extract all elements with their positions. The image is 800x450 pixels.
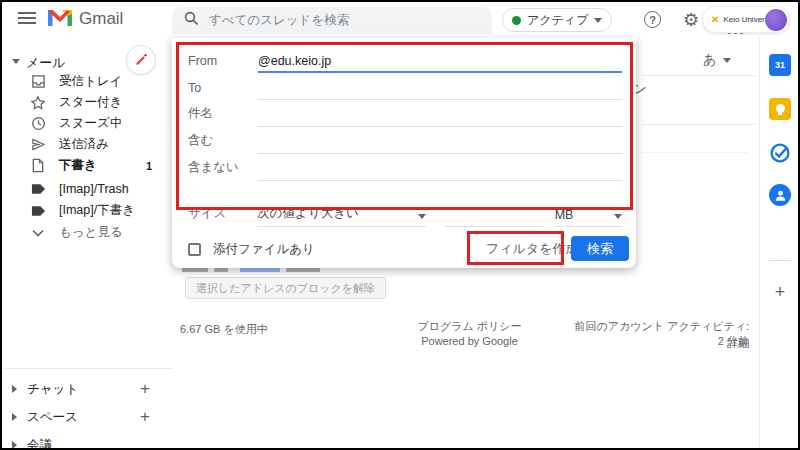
filter-row-excludes: 含まない: [188, 154, 622, 181]
search-bar[interactable]: すべてのスレッドを検索: [172, 7, 492, 34]
side-panel-rail: 31 + ›: [759, 38, 800, 450]
star-icon: [30, 95, 46, 111]
search-filter-panel: From @edu.keio.jp To 件名 含む 含まない サイズ 次の値よ…: [172, 38, 636, 268]
header-bar: Gmail すべてのスレッドを検索 アクティブ ? ⚙ ✕ Keio Unive…: [2, 2, 798, 38]
attachment-checkbox[interactable]: [188, 243, 201, 256]
from-label: From: [188, 54, 258, 73]
sidebar-item-sent[interactable]: 送信済み: [2, 134, 170, 155]
calendar-icon[interactable]: 31: [769, 54, 791, 76]
attachment-label: 添付ファイルあり: [213, 241, 315, 258]
excludes-label: 含まない: [188, 159, 258, 181]
subject-label: 件名: [188, 105, 258, 127]
hamburger-menu-icon[interactable]: [18, 12, 36, 26]
gmail-wordmark: Gmail: [79, 9, 123, 29]
account-badge[interactable]: ✕ Keio University: [702, 6, 790, 33]
chevron-down-icon: [723, 58, 731, 63]
label-icon: [30, 181, 46, 197]
font-language-selector[interactable]: あ: [703, 51, 731, 69]
to-input[interactable]: [258, 82, 622, 100]
search-button[interactable]: 検索: [571, 236, 629, 261]
from-input[interactable]: @edu.keio.jp: [258, 54, 622, 73]
clock-icon: [30, 116, 46, 132]
get-addons-plus-icon[interactable]: +: [769, 281, 791, 303]
filter-row-size: サイズ 次の値より大きい MB: [188, 200, 622, 227]
sidebar: メール 受信トレイ スター付き スヌーズ中 送信済み 下書き 1: [2, 38, 172, 450]
tasks-icon[interactable]: [769, 142, 791, 164]
sidebar-item-inbox[interactable]: 受信トレイ: [2, 71, 170, 92]
divider: [642, 124, 756, 125]
sidebar-item-more[interactable]: もっと見る: [2, 222, 170, 243]
size-operator-dropdown[interactable]: 次の値より大きい: [257, 205, 425, 227]
sidebar-item-starred[interactable]: スター付き: [2, 92, 170, 113]
unblock-selected-button[interactable]: 選択したアドレスのブロックを解除: [185, 277, 386, 299]
new-space-button[interactable]: +: [140, 407, 150, 427]
to-label: To: [188, 81, 258, 100]
divider: [642, 75, 756, 76]
size-unit-dropdown[interactable]: MB: [555, 208, 622, 227]
active-status-dot: [512, 16, 521, 25]
expand-arrow-icon: [12, 385, 17, 393]
avatar[interactable]: [765, 9, 787, 31]
filter-row-subject: 件名: [188, 100, 622, 127]
sidebar-section-meet[interactable]: 会議: [2, 434, 170, 450]
expand-arrow-icon: [12, 413, 17, 421]
includes-label: 含む: [188, 132, 258, 154]
pencil-icon: [134, 53, 148, 67]
subject-input[interactable]: [258, 109, 622, 127]
chevron-down-icon: [594, 18, 602, 23]
sidebar-item-imap-trash[interactable]: [Imap]/Trash: [2, 178, 170, 199]
contacts-icon[interactable]: [769, 184, 791, 206]
gmail-logo[interactable]: Gmail: [48, 8, 123, 30]
status-chip[interactable]: アクティブ: [502, 8, 612, 32]
has-attachment-checkbox-row[interactable]: 添付ファイルあり: [188, 241, 315, 258]
size-value-input[interactable]: [444, 209, 543, 227]
filter-row-includes: 含む: [188, 127, 622, 154]
sidebar-section-chat[interactable]: チャット +: [2, 378, 170, 400]
expand-arrow-icon: [12, 441, 17, 449]
rail-divider: [769, 260, 791, 261]
sidebar-section-spaces[interactable]: スペース +: [2, 406, 170, 428]
excludes-input[interactable]: [258, 163, 622, 181]
size-label: サイズ: [188, 205, 257, 227]
powered-by-label: Powered by Google: [402, 335, 537, 347]
draft-file-icon: [30, 158, 46, 174]
send-icon: [30, 137, 46, 153]
inbox-icon: [30, 74, 46, 90]
storage-usage-label: 6.67 GB を使用中: [180, 322, 268, 337]
help-icon[interactable]: ?: [644, 11, 661, 28]
sidebar-divider: [2, 368, 172, 369]
filter-row-from: From @edu.keio.jp: [188, 46, 622, 73]
details-link[interactable]: 詳細: [567, 336, 749, 351]
includes-input[interactable]: [258, 136, 622, 154]
sidebar-item-snoozed[interactable]: スヌーズ中: [2, 113, 170, 134]
search-icon: [184, 11, 199, 30]
status-label: アクティブ: [527, 12, 588, 29]
draft-count-badge: 1: [146, 160, 152, 172]
divider: [642, 152, 748, 153]
clipped-text-row: [182, 268, 332, 273]
gmail-m-icon: [48, 8, 72, 30]
filter-row-to: To: [188, 73, 622, 100]
collapse-arrow-icon: [12, 59, 20, 64]
keep-icon[interactable]: [769, 98, 791, 120]
settings-gear-icon[interactable]: ⚙: [680, 9, 702, 31]
new-chat-button[interactable]: +: [140, 379, 150, 399]
chevron-down-icon: [614, 214, 622, 219]
sidebar-item-imap-drafts[interactable]: [Imap]/下書き: [2, 200, 170, 221]
label-icon: [30, 203, 46, 219]
keio-crest-icon: ✕: [711, 14, 719, 25]
gmail-window: Gmail すべてのスレッドを検索 アクティブ ? ⚙ ✕ Keio Unive…: [0, 0, 800, 450]
chevron-down-icon: [30, 225, 46, 241]
program-policies-link[interactable]: プログラム ポリシー: [402, 319, 537, 334]
chevron-down-icon: [418, 214, 426, 219]
sidebar-item-drafts[interactable]: 下書き 1: [2, 155, 170, 176]
search-placeholder: すべてのスレッドを検索: [209, 12, 349, 29]
sidebar-section-label: メール: [26, 54, 66, 72]
